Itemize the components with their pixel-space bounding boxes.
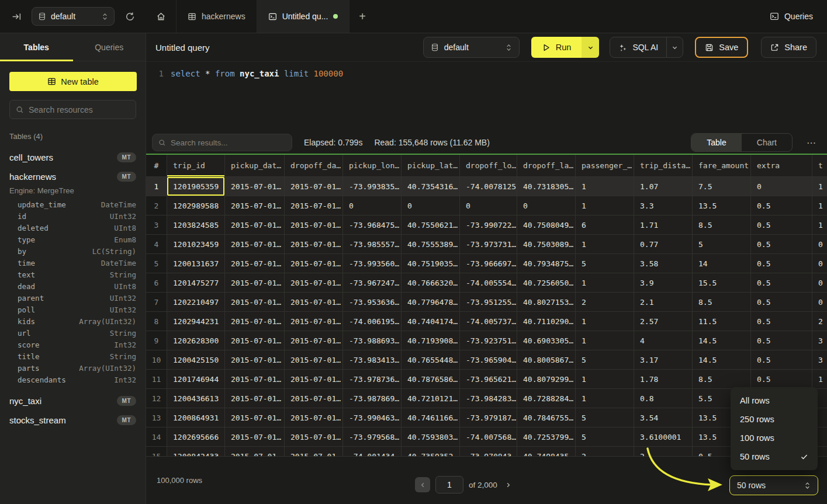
grid-cell[interactable]: 40.7555389… <box>402 235 460 253</box>
grid-cell[interactable]: 0 <box>812 273 827 292</box>
row-number[interactable]: 3 <box>146 215 167 234</box>
grid-cell[interactable]: 1.71 <box>634 215 693 234</box>
grid-cell[interactable]: -73.973731… <box>460 235 517 253</box>
grid-cell[interactable]: 0 <box>402 196 460 215</box>
grid-cell[interactable]: 40.7503089… <box>517 235 576 253</box>
grid-cell[interactable]: 2015-07-01… <box>225 427 285 446</box>
page-number-input[interactable] <box>435 476 463 493</box>
grid-cell[interactable]: 40.7876586… <box>402 370 460 388</box>
grid-cell[interactable]: -74.001434 <box>343 447 402 456</box>
grid-cell[interactable]: 2015-07-01… <box>285 370 343 388</box>
tab-hackernews[interactable]: hackernews <box>177 0 257 33</box>
grid-cell[interactable]: -73.979187… <box>460 408 517 427</box>
grid-cell[interactable]: -73.990722… <box>460 215 517 234</box>
grid-cell[interactable]: 0.5 <box>751 312 812 331</box>
row-number[interactable]: 6 <box>146 273 167 292</box>
next-page-button[interactable] <box>503 482 514 488</box>
grid-cell[interactable]: 40.8079299… <box>517 370 576 388</box>
rows-menu-item[interactable]: 100 rows <box>731 429 818 447</box>
grid-cell[interactable]: 40.6903305… <box>517 331 576 350</box>
sql-ai-button[interactable]: SQL AI <box>610 37 683 58</box>
grid-cell[interactable]: 1 <box>576 196 634 215</box>
grid-cell[interactable]: 2015-07-01… <box>225 293 285 311</box>
grid-cell[interactable]: 1201746944 <box>167 370 225 388</box>
sql-editor[interactable]: 1 select * from nyc_taxi limit 100000 <box>146 61 827 131</box>
queries-button[interactable]: Queries <box>756 0 827 33</box>
grid-cell[interactable]: 2015-07-01… <box>285 389 343 408</box>
grid-cell[interactable]: 40.7550621… <box>402 215 460 234</box>
grid-cell[interactable]: 1 <box>812 196 827 215</box>
grid-cell[interactable]: 0.5 <box>751 350 812 369</box>
grid-cell[interactable]: 40.7193908… <box>402 331 460 350</box>
grid-cell[interactable]: 2 <box>812 312 827 331</box>
grid-cell[interactable]: 40.7318305… <box>517 177 576 196</box>
grid-cell[interactable]: 2015-07-01… <box>285 254 343 273</box>
sidebar-item-stocks-stream[interactable]: stocks_stream MT <box>9 411 136 430</box>
grid-cell[interactable]: 1200131637 <box>167 254 225 273</box>
tab-home[interactable] <box>146 0 177 33</box>
run-button-main[interactable]: Run <box>531 37 582 58</box>
grid-cell[interactable]: 2 <box>576 293 634 311</box>
grid-header-cell[interactable]: # <box>146 155 167 176</box>
grid-cell[interactable]: 3.3 <box>634 196 693 215</box>
grid-cell[interactable]: 40.7846755… <box>517 408 576 427</box>
rows-per-page-select[interactable]: 50 rows <box>729 475 818 495</box>
grid-cell[interactable]: 2015-07-01… <box>285 177 343 196</box>
grid-cell[interactable]: 2015-07-01… <box>285 196 343 215</box>
prev-page-button[interactable] <box>415 477 430 492</box>
sidebar-item-cell-towers[interactable]: cell_towers MT <box>9 148 136 167</box>
refresh-icon[interactable] <box>122 8 138 25</box>
sql-ai-main[interactable]: SQL AI <box>610 37 666 57</box>
sql-ai-caret[interactable] <box>666 37 683 57</box>
grid-cell[interactable]: 40.7256050… <box>517 273 576 292</box>
grid-cell[interactable]: 3 <box>812 331 827 350</box>
grid-cell[interactable]: 2015-07-01… <box>225 254 285 273</box>
grid-cell[interactable]: 1200842433 <box>167 447 225 456</box>
grid-cell[interactable]: 8.5 <box>693 370 751 388</box>
grid-cell[interactable]: 3.6100001 <box>634 427 693 446</box>
collapse-sidebar-icon[interactable] <box>8 8 25 25</box>
grid-header-cell[interactable]: passenger_… <box>576 155 634 176</box>
grid-cell[interactable]: 1 <box>576 235 634 253</box>
tab-untitled-query[interactable]: Untitled qu... <box>257 0 350 33</box>
grid-cell[interactable]: 40.7796478… <box>402 293 460 311</box>
grid-cell[interactable]: 5 <box>576 350 634 369</box>
row-number[interactable]: 7 <box>146 293 167 311</box>
view-toggle-table[interactable]: Table <box>691 134 741 151</box>
grid-cell[interactable]: 1202989588 <box>167 196 225 215</box>
results-search[interactable] <box>152 134 292 151</box>
row-number[interactable]: 15 <box>146 447 167 456</box>
grid-cell[interactable]: 13.5 <box>693 196 751 215</box>
grid-cell[interactable]: 1201023459 <box>167 235 225 253</box>
grid-cell[interactable]: -74.006195… <box>343 312 402 331</box>
grid-cell[interactable]: 2 <box>576 447 634 456</box>
grid-cell[interactable]: -74.005737… <box>460 312 517 331</box>
row-number[interactable]: 8 <box>146 312 167 331</box>
grid-cell[interactable]: 2015-07-01… <box>285 427 343 446</box>
view-toggle-chart[interactable]: Chart <box>742 134 792 151</box>
share-button[interactable]: Share <box>761 37 816 58</box>
sql-code-line[interactable]: select * from nyc_taxi limit 100000 <box>171 69 343 131</box>
grid-cell[interactable]: 2015-07-01… <box>285 215 343 234</box>
grid-cell[interactable]: 14 <box>693 254 751 273</box>
row-number[interactable]: 2 <box>146 196 167 215</box>
grid-cell[interactable]: 2015-07-01… <box>285 235 343 253</box>
grid-cell[interactable]: 8.5 <box>693 293 751 311</box>
grid-cell[interactable]: 2015-07-01… <box>285 293 343 311</box>
row-number[interactable]: 14 <box>146 427 167 446</box>
grid-cell[interactable]: -74.007568… <box>460 427 517 446</box>
grid-cell[interactable]: 5 <box>693 235 751 253</box>
grid-header-cell[interactable]: pickup_dat… <box>225 155 285 176</box>
row-number[interactable]: 9 <box>146 331 167 350</box>
grid-cell[interactable]: 1200436613 <box>167 389 225 408</box>
grid-cell[interactable]: -73.993560… <box>343 254 402 273</box>
grid-cell[interactable]: 1 <box>576 273 634 292</box>
grid-cell[interactable]: 14.5 <box>693 331 751 350</box>
grid-cell[interactable]: 2015-07-01… <box>225 350 285 369</box>
grid-cell[interactable]: -73.983413… <box>343 350 402 369</box>
grid-cell[interactable]: 40.7655448… <box>402 350 460 369</box>
grid-cell[interactable]: 0.5 <box>751 293 812 311</box>
grid-cell[interactable]: 40.7666320… <box>402 273 460 292</box>
grid-cell[interactable]: 1 <box>576 389 634 408</box>
grid-cell[interactable]: 2015-07-01… <box>285 350 343 369</box>
